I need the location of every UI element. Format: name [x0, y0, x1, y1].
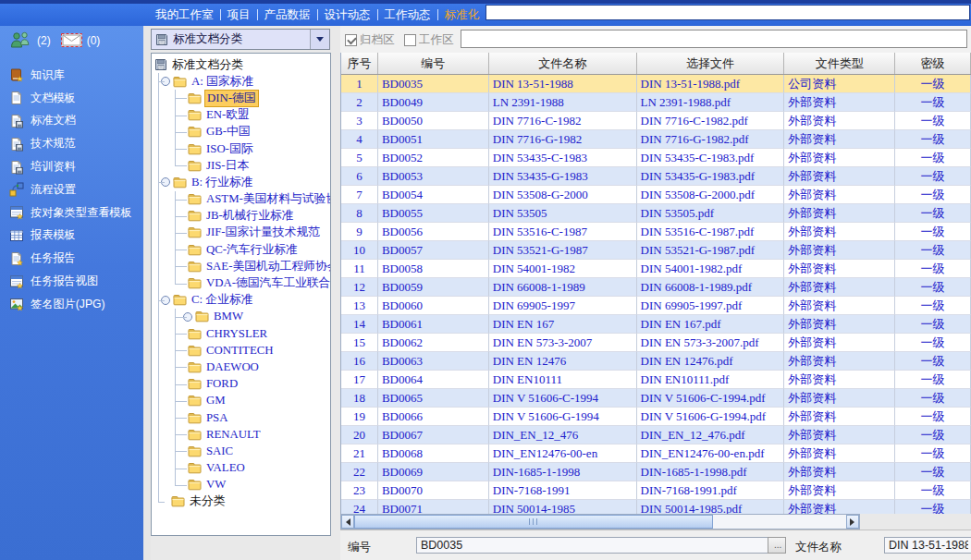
tree-node-C: 企业标准[interactable]: C: 企业标准	[154, 292, 330, 309]
table-row[interactable]: 21BD0068DIN_EN12476-00-enDIN_EN12476-00-…	[341, 444, 971, 463]
browse-button[interactable]: ...	[768, 537, 786, 554]
tree-node-RENAULT[interactable]: RENAULT	[154, 426, 330, 443]
tree-node-CONTITECH[interactable]: CONTITECH	[154, 342, 330, 359]
table-row[interactable]: 19BD0066DIN V 51606-G-1994DIN V 51606-G-…	[341, 408, 971, 426]
folder-icon	[173, 294, 187, 306]
tree-node-SAE-美国机动工程师协会[interactable]: SAE-美国机动工程师协会	[154, 258, 330, 274]
table-cell: BD0053	[378, 167, 489, 186]
sidebar-item-按对象类型查看模板[interactable]: 按对象类型查看模板	[0, 201, 143, 225]
column-header-密级[interactable]: 密级	[895, 53, 971, 74]
menu-item-项目[interactable]: 项目	[227, 7, 251, 23]
workspace-checkbox-box[interactable]	[404, 34, 416, 46]
tree-node-JIS-日本[interactable]: JIS-日本	[154, 157, 330, 174]
tree-node-EN-欧盟[interactable]: EN-欧盟	[154, 107, 330, 124]
table-row[interactable]: 12BD0059DIN 66008-1-1989DIN 66008-1-1989…	[341, 278, 971, 297]
table-row[interactable]: 3BD0050DIN 7716-C-1982DIN 7716-C-1982.pd…	[341, 112, 971, 130]
category-selector[interactable]: 标准文档分类	[151, 29, 330, 50]
tree-node-label: 未分类	[188, 493, 227, 509]
scroll-right-button[interactable]	[846, 515, 859, 529]
sidebar-item-报表模板[interactable]: 报表模板	[0, 225, 143, 248]
scroll-left-button[interactable]	[341, 515, 354, 529]
tree-node-JIF-国家计量技术规范[interactable]: JIF-国家计量技术规范	[154, 225, 330, 241]
menu-item-产品数据[interactable]: 产品数据	[264, 7, 311, 23]
sidebar-item-知识库[interactable]: 知识库	[0, 64, 143, 87]
archive-checkbox-box[interactable]	[345, 34, 357, 46]
sidebar-item-技术规范[interactable]: 技术规范	[0, 132, 143, 155]
tree-node-BMW[interactable]: BMW	[154, 309, 330, 325]
contacts-icon[interactable]	[9, 31, 33, 49]
tree-node-VDA-德国汽车工业联合会[interactable]: VDA-德国汽车工业联合会	[154, 274, 330, 291]
column-header-编号[interactable]: 编号	[378, 53, 489, 74]
table-cell: BD0035	[378, 75, 489, 93]
table-row[interactable]: 14BD0061DIN EN 167DIN EN 167.pdf外部资料一级	[341, 315, 971, 334]
table-row[interactable]: 24BD0071DIN 50014-1985DIN 50014-1985.pdf…	[341, 500, 971, 514]
table-row[interactable]: 1BD0035DIN 13-51-1988DIN 13-51-1988.pdf公…	[341, 75, 971, 93]
table-horizontal-scrollbar[interactable]	[340, 514, 860, 530]
menu-item-设计动态[interactable]: 设计动态	[325, 7, 371, 23]
sidebar-item-签名图片(JPG)[interactable]: 签名图片(JPG)	[0, 293, 143, 316]
sidebar-item-培训资料[interactable]: 培训资料	[0, 155, 143, 178]
tree-node-VW[interactable]: VW	[154, 477, 330, 493]
table-row[interactable]: 7BD0054DIN 53508-G-2000DIN 53508-G-2000.…	[341, 186, 971, 204]
menu-item-标准化[interactable]: 标准化	[445, 7, 480, 23]
sidebar-item-文档模板[interactable]: 文档模板	[0, 87, 143, 110]
tree-node-FORD[interactable]: FORD	[154, 376, 330, 393]
sidebar-item-标准文档[interactable]: 标准文档	[0, 110, 143, 133]
tree-node-DIN-德国[interactable]: DIN-德国	[154, 90, 330, 106]
table-row[interactable]: 23BD0070DIN-7168-1991DIN-7168-1991.pdf外部…	[341, 481, 971, 500]
table-row[interactable]: 15BD0062DIN EN 573-3-2007DIN EN 573-3-20…	[341, 334, 971, 352]
sidebar-item-流程设置[interactable]: 流程设置	[0, 178, 143, 201]
table-row[interactable]: 4BD0051DIN 7716-G-1982DIN 7716-G-1982.pd…	[341, 130, 971, 149]
tree-node-B: 行业标准[interactable]: B: 行业标准	[154, 174, 330, 190]
tree-node-ASTM-美国材料与试验协会[interactable]: ASTM-美国材料与试验协会	[154, 191, 330, 208]
table-row[interactable]: 5BD0052DIN 53435-C-1983DIN 53435-C-1983.…	[341, 149, 971, 167]
sidebar-item-任务报告视图[interactable]: 任务报告视图	[0, 270, 143, 293]
column-header-文件类型[interactable]: 文件类型	[784, 53, 895, 74]
table-row[interactable]: 13BD0060DIN 69905-1997DIN 69905-1997.pdf…	[341, 297, 971, 315]
tree-node-SAIC[interactable]: SAIC	[154, 443, 330, 459]
top-search-input[interactable]	[486, 5, 970, 20]
dropdown-arrow-button[interactable]	[310, 30, 329, 49]
archive-checkbox[interactable]: 归档区	[345, 32, 395, 48]
scrollbar-thumb[interactable]	[354, 515, 713, 529]
sidebar-item-label: 流程设置	[31, 182, 76, 198]
tree-node-GM[interactable]: GM	[154, 393, 330, 409]
folder-icon	[188, 378, 202, 390]
sidebar-item-任务报告[interactable]: 任务报告	[0, 247, 143, 270]
tree-node-PSA[interactable]: PSA	[154, 409, 330, 426]
table-row[interactable]: 2BD0049LN 2391-1988LN 2391-1988.pdf外部资料一…	[341, 93, 971, 112]
table-row[interactable]: 10BD0057DIN 53521-G-1987DIN 53521-G-1987…	[341, 241, 971, 260]
menu-item-我的工作室[interactable]: 我的工作室	[155, 7, 214, 23]
tree-node-DAEWOO[interactable]: DAEWOO	[154, 359, 330, 375]
table-row[interactable]: 20BD0067DIN_EN_12_476DIN_EN_12_476.pdf外部…	[341, 426, 971, 444]
column-header-文件名称[interactable]: 文件名称	[489, 53, 637, 74]
column-header-序号[interactable]: 序号	[341, 53, 378, 74]
tree-node-ISO-国际[interactable]: ISO-国际	[154, 140, 330, 157]
table-row[interactable]: 11BD0058DIN 54001-1982DIN 54001-1982.pdf…	[341, 260, 971, 278]
column-header-选择文件[interactable]: 选择文件	[637, 53, 785, 74]
menu-item-工作动态[interactable]: 工作动态	[385, 7, 431, 23]
tree-root[interactable]: 标准文档分类	[154, 56, 330, 73]
id-field[interactable]	[416, 537, 769, 554]
tree-node-QC-汽车行业标准[interactable]: QC-汽车行业标准	[154, 241, 330, 258]
tree-node-JB-机械行业标准[interactable]: JB-机械行业标准	[154, 208, 330, 225]
tree-node-CHRYSLER[interactable]: CHRYSLER	[154, 325, 330, 342]
table-cell: 一级	[895, 130, 971, 149]
table-row[interactable]: 9BD0056DIN 53516-C-1987DIN 53516-C-1987.…	[341, 223, 971, 241]
workspace-checkbox[interactable]: 工作区	[404, 32, 454, 48]
table-row[interactable]: 8BD0055DIN 53505DIN 53505.pdf外部资料一级	[341, 204, 971, 223]
tree-node-GB-中国[interactable]: GB-中国	[154, 124, 330, 140]
table-row[interactable]: 17BD0064DIN EN10111DIN EN10111.pdf外部资料一级	[341, 371, 971, 389]
table-row[interactable]: 18BD0065DIN V 51606-C-1994DIN V 51606-C-…	[341, 389, 971, 408]
tree-node-A: 国家标准[interactable]: A: 国家标准	[154, 73, 330, 90]
mail-icon[interactable]	[60, 32, 83, 48]
table-cell: 公司资料	[784, 75, 895, 93]
tree-node-VALEO[interactable]: VALEO	[154, 460, 330, 477]
table-row[interactable]: 16BD0063DIN EN 12476DIN EN 12476.pdf外部资料…	[341, 352, 971, 371]
filter-search-input[interactable]	[461, 30, 967, 48]
table-row[interactable]: 6BD0053DIN 53435-G-1983DIN 53435-G-1983.…	[341, 167, 971, 186]
tree-node-未分类[interactable]: 未分类	[154, 493, 330, 510]
table-row[interactable]: 22BD0069DIN-1685-1-1998DIN-1685-1-1998.p…	[341, 463, 971, 481]
table-cell: BD0068	[378, 444, 489, 463]
name-field[interactable]	[884, 537, 971, 554]
